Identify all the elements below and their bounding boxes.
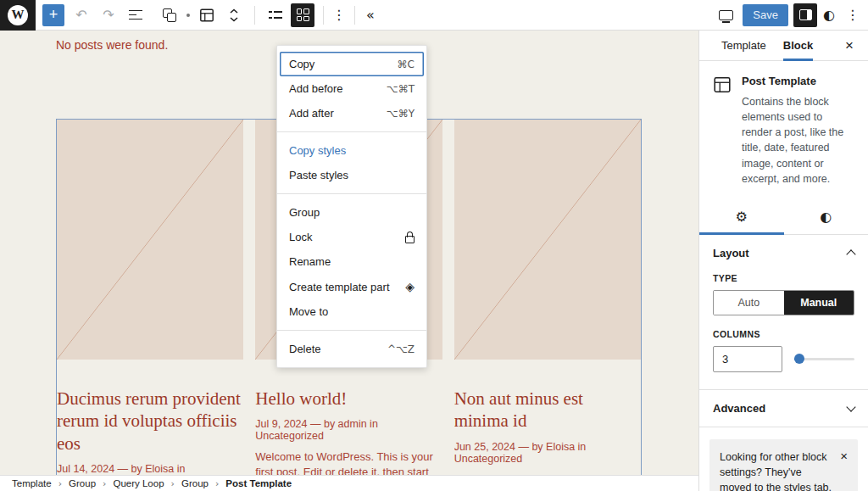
block-title: Post Template — [742, 75, 854, 87]
wordpress-logo[interactable]: W — [0, 0, 36, 31]
select-parent-button[interactable] — [158, 3, 181, 27]
post-meta: Jun 25, 2024 — by Eloisa in Uncategorize… — [454, 441, 641, 465]
list-view-icon — [269, 10, 282, 20]
editor-toolbar: W + ↶ ↷ ⋮ « Save ◐ ⋮ — [0, 0, 868, 31]
menu-item-delete[interactable]: Delete ^⌥Z — [277, 337, 426, 361]
styles-button[interactable]: ◐ — [817, 3, 841, 27]
columns-input[interactable] — [713, 346, 782, 372]
sidebar-tabs: Template Block × — [699, 31, 868, 61]
menu-item-copy[interactable]: Copy ⌘C — [280, 52, 424, 76]
collapse-toolbar-button[interactable]: « — [359, 3, 382, 27]
document-overview-button[interactable] — [124, 3, 147, 27]
chevron-right-icon: › — [58, 478, 62, 489]
menu-item-add-after[interactable]: Add after ⌥⌘Y — [277, 101, 426, 126]
post-card[interactable]: Non aut minus est minima id Jun 25, 2024… — [454, 120, 641, 475]
menu-item-create-template-part[interactable]: Create template part ◈ — [277, 274, 426, 299]
tab-template[interactable]: Template — [713, 31, 775, 61]
shortcut-label: ⌘C — [398, 59, 415, 70]
breadcrumb-group[interactable]: Group — [69, 478, 96, 488]
list-view-layout-button[interactable] — [264, 3, 287, 27]
block-switcher-button[interactable] — [195, 3, 219, 27]
chevron-right-icon: › — [171, 478, 175, 489]
tab-block[interactable]: Block — [775, 31, 821, 61]
block-card: Post Template Contains the block element… — [699, 61, 868, 200]
block-mover-button[interactable] — [222, 3, 246, 27]
parent-block-icon — [163, 8, 176, 22]
columns-slider[interactable] — [794, 354, 854, 364]
type-option-auto[interactable]: Auto — [714, 291, 784, 315]
post-title[interactable]: Ducimus rerum provident rerum id volupta… — [57, 388, 243, 455]
layout-panel-header[interactable]: Layout — [713, 247, 854, 259]
menu-separator — [277, 193, 426, 194]
settings-sidebar: Template Block × Post Template Contains … — [698, 31, 868, 491]
post-card[interactable]: Ducimus rerum provident rerum id volupta… — [57, 120, 243, 475]
menu-separator — [277, 131, 426, 132]
menu-item-add-before[interactable]: Add before ⌥⌘T — [277, 76, 426, 101]
inserter-button[interactable]: + — [42, 4, 64, 26]
undo-button[interactable]: ↶ — [70, 3, 93, 27]
advanced-title: Advanced — [713, 402, 765, 415]
slider-thumb[interactable] — [794, 354, 804, 364]
breadcrumb-query-loop[interactable]: Query Loop — [113, 478, 164, 488]
toolbar-separator — [323, 6, 324, 25]
menu-item-copy-styles[interactable]: Copy styles — [277, 138, 426, 163]
more-options-button[interactable]: ⋮ — [841, 3, 865, 27]
redo-button[interactable]: ↷ — [97, 3, 120, 27]
collapse-icon: « — [366, 7, 375, 23]
close-icon: × — [840, 449, 848, 463]
post-excerpt: Welcome to WordPress. This is your first… — [255, 449, 442, 475]
breadcrumb-post-template: Post Template — [225, 478, 292, 488]
toolbar-separator — [254, 6, 255, 25]
gear-icon: ⚙ — [736, 209, 748, 225]
drag-handle-icon[interactable] — [186, 14, 190, 17]
breadcrumb-group-2[interactable]: Group — [181, 478, 209, 488]
settings-sidebar-toggle[interactable] — [793, 3, 817, 27]
block-options-menu: Copy ⌘C Add before ⌥⌘T Add after ⌥⌘Y Cop… — [276, 45, 427, 368]
menu-item-paste-styles[interactable]: Paste styles — [277, 163, 426, 187]
tab-settings[interactable]: ⚙ — [699, 200, 784, 234]
dismiss-notice-button[interactable]: × — [840, 449, 848, 463]
sidebar-icon — [799, 9, 812, 20]
shortcut-label: ^⌥Z — [387, 343, 415, 355]
menu-item-rename[interactable]: Rename — [277, 249, 426, 274]
featured-image-placeholder — [454, 120, 641, 360]
menu-item-group[interactable]: Group — [277, 200, 426, 225]
block-options-button[interactable]: ⋮ — [327, 3, 351, 27]
tab-styles[interactable]: ◐ — [784, 200, 868, 234]
notice-text: Looking for other block settings? They'v… — [720, 449, 835, 491]
advanced-panel-header[interactable]: Advanced — [713, 402, 854, 415]
undo-icon: ↶ — [75, 7, 86, 23]
chevron-right-icon: › — [103, 478, 106, 489]
menu-item-lock[interactable]: Lock — [277, 225, 426, 249]
redo-icon: ↷ — [103, 7, 114, 23]
save-button[interactable]: Save — [743, 4, 788, 26]
ellipsis-icon: ⋮ — [332, 7, 346, 23]
post-title[interactable]: Non aut minus est minima id — [454, 388, 641, 432]
featured-image-placeholder — [57, 120, 243, 360]
post-template-icon — [713, 75, 732, 94]
layout-title: Layout — [713, 247, 749, 259]
post-meta: Jul 9, 2024 — by admin in Uncategorized — [255, 418, 442, 442]
template-part-icon: ◈ — [405, 280, 415, 293]
layout-type-toggle: Auto Manual — [713, 290, 854, 315]
block-description: Contains the block elements used to rend… — [742, 94, 854, 187]
menu-item-move-to[interactable]: Move to — [277, 299, 426, 324]
panel-tabs: ⚙ ◐ — [699, 200, 868, 235]
advanced-panel: Advanced — [699, 390, 868, 427]
plus-icon: + — [49, 6, 58, 24]
toolbar-separator — [354, 6, 355, 25]
view-preview-button[interactable] — [714, 3, 737, 27]
block-breadcrumb: Template › Group › Query Loop › Group › … — [0, 475, 698, 491]
move-up-down-icon — [228, 8, 240, 23]
grid-view-layout-button[interactable] — [291, 3, 314, 27]
close-sidebar-button[interactable]: × — [837, 34, 861, 58]
columns-label: COLUMNS — [713, 329, 854, 339]
type-option-manual[interactable]: Manual — [784, 291, 854, 315]
post-title[interactable]: Hello world! — [255, 388, 442, 410]
settings-moved-notice: Looking for other block settings? They'v… — [709, 439, 858, 491]
styles-icon: ◐ — [820, 209, 832, 225]
post-template-icon — [199, 8, 214, 23]
menu-separator — [277, 330, 426, 331]
breadcrumb-template[interactable]: Template — [12, 478, 52, 488]
layout-panel: Layout TYPE Auto Manual COLUMNS — [699, 235, 868, 390]
